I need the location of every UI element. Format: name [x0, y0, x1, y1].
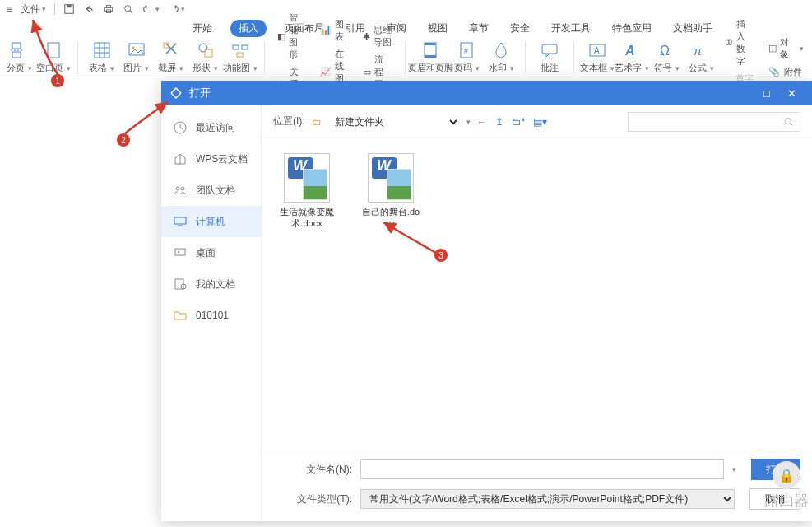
page-break-icon — [9, 40, 29, 60]
symbol-button[interactable]: Ω 符号▾ — [652, 40, 680, 74]
symbol-icon: Ω — [657, 40, 676, 60]
blank-page-label: 空白页 — [36, 63, 63, 72]
sidebar-item-label: 计算机 — [196, 215, 225, 229]
flowchart-icon: ▭ — [363, 66, 371, 79]
view-button[interactable]: ▤▾ — [533, 116, 547, 128]
svg-rect-40 — [175, 249, 185, 255]
picture-button[interactable]: 图片▾ — [123, 40, 151, 74]
insert-number-button[interactable]: ①插入数字 — [722, 16, 758, 69]
table-icon — [92, 40, 112, 60]
up-button[interactable]: ↥ — [495, 116, 503, 128]
menu-button[interactable]: ≡ — [3, 2, 16, 16]
page-break-label: 分页 — [7, 63, 25, 72]
equation-button[interactable]: π 公式▾ — [687, 40, 715, 74]
shapes-label: 形状 — [193, 63, 211, 72]
attachment-icon: 📎 — [768, 66, 781, 79]
shapes-icon — [196, 40, 216, 60]
chevron-down-icon: ▾ — [155, 5, 160, 13]
close-button[interactable]: ✕ — [779, 87, 804, 100]
watermark-icon: 🔒 — [773, 461, 800, 489]
dialog-bottom-bar: 文件名(N): ▾ 打开 文件类型(T): 常用文件(文字/Word格式;表格/… — [262, 450, 812, 521]
dialog-logo-icon — [169, 86, 183, 100]
quick-access-toolbar: ≡ 文件 ▾ ▾ ▾ — [0, 0, 812, 18]
redo-dropdown[interactable]: ▾ — [165, 2, 188, 16]
textbox-label: 文本框 — [580, 63, 607, 72]
object-label: 对象 — [780, 36, 793, 61]
watermark-button[interactable]: 水印▾ — [487, 40, 515, 74]
sidebar-item-desktop[interactable]: 桌面 — [161, 237, 261, 268]
back-button[interactable]: ← — [477, 116, 487, 128]
screenshot-button[interactable]: 截屏▾ — [157, 40, 185, 74]
tab-doc-assistant[interactable]: 文档助手 — [670, 20, 716, 37]
file-menu[interactable]: 文件 ▾ — [17, 1, 49, 18]
open-dialog: 打开 □ ✕ 最近访问 WPS云文档 团队文档 计算机 — [161, 81, 812, 521]
table-button[interactable]: 表格▾ — [88, 40, 116, 74]
maximize-button[interactable]: □ — [754, 87, 779, 100]
smart-graphic-button[interactable]: ◧智能图形 — [274, 10, 310, 63]
comment-icon — [540, 40, 559, 60]
chart-button[interactable]: 📊图表 — [317, 16, 353, 44]
page-break-button[interactable]: 分页▾ — [5, 40, 33, 74]
sidebar-item-folder[interactable]: 010101 — [161, 300, 261, 331]
tab-dev-tools[interactable]: 开发工具 — [548, 20, 594, 37]
sidebar-item-mydocs[interactable]: 我的文档 — [161, 268, 261, 300]
filetype-select[interactable]: 常用文件(文字/Word格式;表格/Excel格式;演示/PowerPoint格… — [360, 489, 735, 509]
wordart-label: 艺术字 — [615, 63, 642, 72]
mindmap-button[interactable]: ✱思维导图 — [360, 22, 396, 50]
shapes-button[interactable]: 形状▾ — [192, 40, 220, 74]
file-item[interactable]: 生活就像变魔术.docx — [276, 153, 337, 230]
smartart-button[interactable]: 功能图▾ — [226, 40, 254, 74]
sidebar-item-computer[interactable]: 计算机 — [161, 206, 261, 237]
filename-input[interactable] — [360, 459, 724, 479]
wordart-icon: A — [622, 40, 642, 60]
screenshot-label: 截屏 — [158, 63, 176, 72]
attachment-button[interactable]: 📎附件 — [764, 64, 807, 81]
chevron-down-icon[interactable]: ▾ — [732, 465, 736, 473]
sidebar-item-team[interactable]: 团队文档 — [161, 175, 261, 206]
mindmap-label: 思维导图 — [374, 24, 392, 49]
location-select[interactable]: 新建文件夹 — [328, 114, 460, 130]
recent-icon — [173, 120, 188, 135]
separator — [264, 41, 265, 74]
tab-chapter[interactable]: 章节 — [466, 20, 492, 37]
tab-security[interactable]: 安全 — [507, 20, 533, 37]
sidebar-item-label: 团队文档 — [196, 184, 235, 198]
sidebar-item-recent[interactable]: 最近访问 — [161, 112, 261, 143]
search-input[interactable] — [633, 116, 783, 128]
textbox-button[interactable]: A 文本框▾ — [583, 40, 611, 74]
page-number-button[interactable]: # 页码▾ — [452, 40, 480, 74]
svg-rect-8 — [12, 52, 21, 58]
separator — [54, 3, 55, 15]
sidebar-item-label: 桌面 — [196, 246, 216, 260]
annotation-badge-2: 2 — [117, 133, 130, 147]
new-folder-button[interactable]: 🗀* — [512, 116, 526, 128]
tab-insert[interactable]: 插入 — [230, 20, 267, 37]
print-preview-icon[interactable] — [119, 2, 137, 16]
word-doc-icon — [284, 153, 330, 203]
blank-page-button[interactable]: 空白页▾ — [39, 40, 67, 74]
equation-icon: π — [691, 40, 711, 60]
search-icon[interactable] — [783, 116, 795, 128]
tab-apps[interactable]: 特色应用 — [609, 20, 655, 37]
undo-icon[interactable] — [80, 2, 98, 16]
save-svg — [63, 3, 75, 15]
object-button[interactable]: ◫对象▾ — [764, 35, 807, 63]
object-icon: ◫ — [768, 42, 777, 55]
undo-dropdown[interactable]: ▾ — [139, 2, 163, 16]
location-bar: 位置(I): 🗀 新建文件夹 ▾ ← ↥ 🗀* ▤▾ — [262, 105, 812, 138]
tab-view[interactable]: 视图 — [425, 20, 451, 37]
search-box[interactable] — [628, 112, 800, 132]
sidebar-item-label: 我的文档 — [196, 277, 235, 291]
header-footer-button[interactable]: 页眉和页脚 — [415, 40, 446, 74]
comment-button[interactable]: 批注 — [536, 40, 564, 74]
table-label: 表格 — [89, 63, 107, 72]
print-icon[interactable] — [100, 2, 118, 16]
svg-point-41 — [178, 251, 179, 253]
save-icon[interactable] — [60, 2, 78, 16]
file-item[interactable]: 自己的舞台.docx — [360, 153, 421, 230]
ribbon: 分页▾ 空白页▾ 表格▾ 图片▾ 截屏▾ 形状▾ 功能图▾ ◧智能图形 ⬡关系图… — [0, 38, 812, 77]
sidebar-item-label: 010101 — [196, 310, 229, 321]
sidebar-item-cloud[interactable]: WPS云文档 — [161, 143, 261, 175]
wordart-button[interactable]: A 艺术字▾ — [618, 40, 646, 74]
tab-start[interactable]: 开始 — [189, 20, 216, 37]
